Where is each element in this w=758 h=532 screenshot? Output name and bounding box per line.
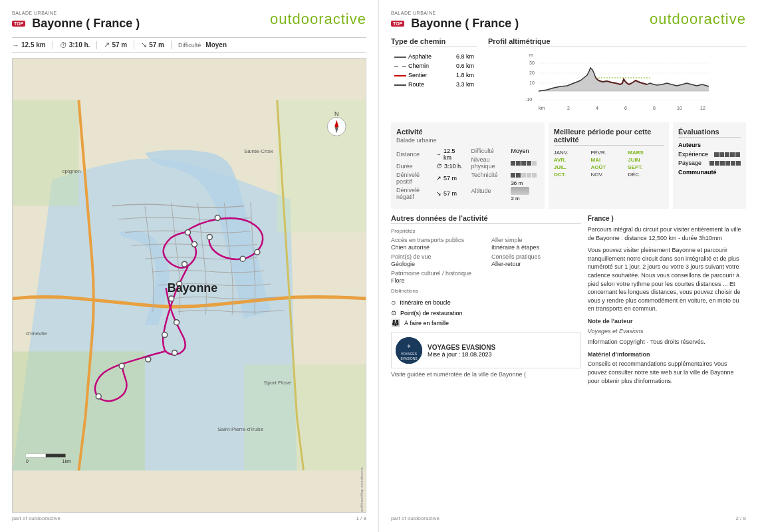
svg-rect-3 xyxy=(13,351,145,470)
svg-text:© OpenStreetMap contributors: © OpenStreetMap contributors xyxy=(360,467,364,512)
restauration-icon: ⊙ xyxy=(391,309,396,317)
elevation-title: Profil altimétrique xyxy=(488,37,746,47)
svg-text:8: 8 xyxy=(653,106,656,110)
altitude-row: Altitude 36 m 2 m xyxy=(471,180,539,201)
activity-left-col: Distance → 12.5 km Durée ⏱ 3:10 h. Déniv… xyxy=(396,148,464,203)
svg-text:2: 2 xyxy=(567,106,570,110)
svg-text:Saint-Pierre-d'Irube: Saint-Pierre-d'Irube xyxy=(217,426,263,432)
svg-point-10 xyxy=(240,256,245,261)
distinction-famille: 👨‍👩‍👧 À faire en famille xyxy=(391,319,581,327)
left-footer-brand: part of outdooractive xyxy=(12,515,61,521)
stat-distance: → 12.5 km xyxy=(12,41,53,49)
distinctions-label: Distinctions xyxy=(391,288,581,294)
path-types-table: Asphalte 6.8 km Chemin 0.6 km Sentier 1.… xyxy=(391,51,477,90)
svg-text:6: 6 xyxy=(624,106,627,110)
month-nov: NOV. xyxy=(591,172,627,178)
svg-text:cpignon: cpignon xyxy=(63,168,81,174)
path-type-route: Route 3.3 km xyxy=(392,80,476,88)
activity-title: Activité xyxy=(396,128,539,136)
famille-icon: 👨‍👩‍👧 xyxy=(391,319,400,327)
svg-point-6 xyxy=(191,241,197,247)
left-badge-small: Balade urbaine xyxy=(12,11,140,15)
month-janv: JANV. xyxy=(554,150,590,156)
activity-right-col: Difficulté Moyen Niveau physique Technic… xyxy=(471,148,539,203)
svg-text:Sainte-Croix: Sainte-Croix xyxy=(244,148,273,154)
paysage-stars xyxy=(709,161,741,166)
difficulty-row: Difficulté Moyen xyxy=(471,148,539,154)
left-badge-top: TOP xyxy=(12,21,25,27)
chemin-line xyxy=(394,66,406,67)
route-line xyxy=(394,84,406,86)
prop-acces: Accès en transports publics Chien autori… xyxy=(391,237,481,251)
prop-patrimoine: Patrimoine culturel / historique Flore xyxy=(391,270,481,284)
publisher-tagline: Visite guidée et numérotée de la ville d… xyxy=(391,371,581,378)
svg-text:Sport Flose: Sport Flose xyxy=(264,380,291,386)
prop-aller-simple: Aller simple Itinéraire à étapes xyxy=(491,237,581,251)
publisher-name: VOYAGES EVASIONS xyxy=(428,344,495,351)
right-content: Type de chemin Asphalte 6.8 km Chemin 0.… xyxy=(391,37,746,513)
desc-title: France ) xyxy=(588,214,746,223)
path-types-title: Type de chemin xyxy=(391,37,477,47)
month-dec: DÉC. xyxy=(628,172,664,178)
month-oct: OCT. xyxy=(554,172,590,178)
bottom-row: Autres données de l'activité Propriétés … xyxy=(391,214,746,385)
experience-stars xyxy=(714,152,741,157)
best-period-title: Meilleure période pour cette activité xyxy=(554,128,664,146)
svg-text:4: 4 xyxy=(596,106,598,110)
left-title-block: Balade urbaine TOP Bayonne ( France ) xyxy=(12,11,140,35)
community-label: Communauté xyxy=(678,169,741,176)
svg-text:1km: 1km xyxy=(63,459,71,464)
svg-point-9 xyxy=(255,249,260,255)
left-brand: outdooractive xyxy=(270,11,366,28)
path-types-section: Type de chemin Asphalte 6.8 km Chemin 0.… xyxy=(391,37,477,117)
path-type-sentier: Sentier 1.8 km xyxy=(392,71,476,79)
best-period-section: Meilleure période pour cette activité JA… xyxy=(549,122,669,209)
svg-point-12 xyxy=(162,332,168,338)
materiel-title: Matériel d'information xyxy=(588,350,746,359)
stats-bar: → 12.5 km ⏱ 3:10 h. ↗ 57 m ↘ 57 m Diffic… xyxy=(12,37,366,53)
stat-duration: ⏱ 3:10 h. xyxy=(53,41,98,49)
publisher-logo: ✈ VOYAGES EVASIONS xyxy=(396,337,422,364)
left-page-number: 1 / 8 xyxy=(356,515,366,521)
svg-point-17 xyxy=(174,320,180,325)
month-mars: MARS xyxy=(628,150,664,156)
svg-text:chmevite: chmevite xyxy=(26,331,47,336)
descent-icon: ↘ xyxy=(141,41,147,49)
left-header: Balade urbaine TOP Bayonne ( France ) ou… xyxy=(12,11,366,35)
stat-difficulty: Difficulté Moyen xyxy=(172,41,233,49)
distinctions-list: ○ Itinéraire en boucle ⊙ Point(s) de res… xyxy=(391,298,581,327)
distinction-boucle: ○ Itinéraire en boucle xyxy=(391,298,581,307)
experience-row: Expérience xyxy=(678,151,741,158)
month-mai: MAI xyxy=(591,157,627,163)
svg-text:10: 10 xyxy=(529,80,535,85)
svg-rect-26 xyxy=(26,454,46,458)
elevation-section: Profil altimétrique m 30 20 10 -10 xyxy=(488,37,746,117)
month-fevr: FÉVR. xyxy=(591,150,627,156)
materiel-text: Conseils et recommandations supplémentai… xyxy=(588,360,746,385)
svg-point-11 xyxy=(169,296,174,301)
activity-subtitle: Balade urbaine xyxy=(396,137,539,144)
proprietes-label: Propriétés xyxy=(391,228,581,234)
distance-icon: → xyxy=(12,41,19,49)
physical-row: Niveau physique xyxy=(471,156,539,170)
description-section: France ) Parcours intégral du circuit po… xyxy=(588,214,746,385)
left-page-title: TOP Bayonne ( France ) xyxy=(12,17,140,31)
month-juil: JUIL. xyxy=(554,164,590,170)
altitude-visual: 36 m 2 m xyxy=(511,180,529,201)
autres-title: Autres données de l'activité xyxy=(391,214,581,224)
elevation-chart: m 30 20 10 -10 km 2 4 xyxy=(488,51,746,114)
note-label: Note de l'auteur xyxy=(588,317,746,326)
top-info-row: Type de chemin Asphalte 6.8 km Chemin 0.… xyxy=(391,37,746,117)
svg-text:N: N xyxy=(334,110,338,117)
activity-details: Distance → 12.5 km Durée ⏱ 3:10 h. Déniv… xyxy=(396,148,539,203)
left-bottom: Autres données de l'activité Propriétés … xyxy=(391,214,581,385)
distinction-restauration: ⊙ Point(s) de restauration xyxy=(391,309,581,317)
svg-text:Bayonne: Bayonne xyxy=(168,281,218,295)
right-footer: part of outdooractive 2 / 8 xyxy=(391,513,746,521)
svg-point-8 xyxy=(215,215,220,221)
distance-row: Distance → 12.5 km xyxy=(396,148,464,161)
svg-point-19 xyxy=(207,234,212,239)
authors-label: Auteurs xyxy=(678,142,741,148)
copyright: Information Copyright - Tous droits rése… xyxy=(588,338,746,346)
svg-point-14 xyxy=(146,356,151,362)
